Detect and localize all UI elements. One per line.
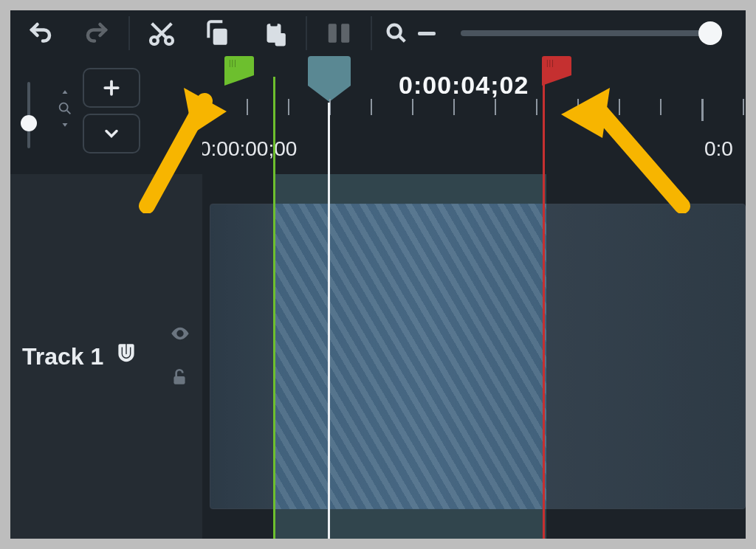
zoom-out-icon[interactable] — [418, 32, 436, 35]
clip-region[interactable] — [202, 174, 746, 539]
playhead[interactable] — [308, 56, 351, 86]
arrow-down-icon — [60, 118, 70, 128]
annotation-arrow-left — [125, 80, 228, 213]
current-timecode: 0:00:04;02 — [399, 71, 529, 100]
svg-rect-5 — [275, 33, 286, 46]
in-out-selection — [275, 174, 546, 539]
eye-icon[interactable] — [170, 323, 190, 347]
svg-point-0 — [151, 37, 158, 44]
paste-button[interactable] — [247, 13, 301, 54]
arrow-up-icon — [60, 89, 70, 99]
ruler-label-next: 0:0 — [704, 137, 733, 161]
annotation-arrow-right — [557, 80, 697, 213]
zoom-search-button[interactable] — [377, 13, 416, 54]
redo-button[interactable] — [69, 13, 124, 54]
svg-point-8 — [388, 25, 401, 38]
toolbar-divider — [128, 16, 130, 50]
marker-out[interactable] — [542, 56, 571, 83]
svg-rect-7 — [341, 24, 349, 42]
zoom-track — [461, 30, 721, 36]
toolbar — [10, 10, 746, 56]
svg-rect-10 — [173, 376, 185, 384]
marker-out-line — [543, 77, 545, 539]
svg-rect-4 — [270, 21, 278, 26]
zoom-slider[interactable] — [461, 30, 743, 36]
cut-button[interactable] — [134, 13, 189, 54]
svg-point-1 — [165, 37, 173, 44]
svg-point-9 — [60, 103, 68, 111]
playhead-line — [328, 103, 330, 539]
lock-icon[interactable] — [170, 367, 190, 390]
svg-rect-6 — [329, 24, 337, 42]
marker-in[interactable] — [224, 56, 254, 83]
magnet-icon[interactable] — [114, 342, 139, 370]
split-button[interactable] — [312, 13, 366, 54]
toolbar-divider — [306, 16, 307, 50]
vertical-zoom-slider[interactable] — [10, 63, 47, 167]
zoom-fit-group — [52, 63, 78, 128]
copy-button[interactable] — [190, 13, 245, 54]
track-label: Track 1 — [22, 343, 103, 370]
undo-button[interactable] — [13, 13, 68, 54]
track-header: Track 1 — [10, 174, 202, 539]
svg-rect-2 — [213, 29, 227, 45]
marker-in-line — [273, 77, 275, 539]
zoom-thumb[interactable] — [698, 21, 722, 45]
toolbar-divider — [371, 16, 372, 50]
search-icon[interactable] — [57, 100, 73, 117]
